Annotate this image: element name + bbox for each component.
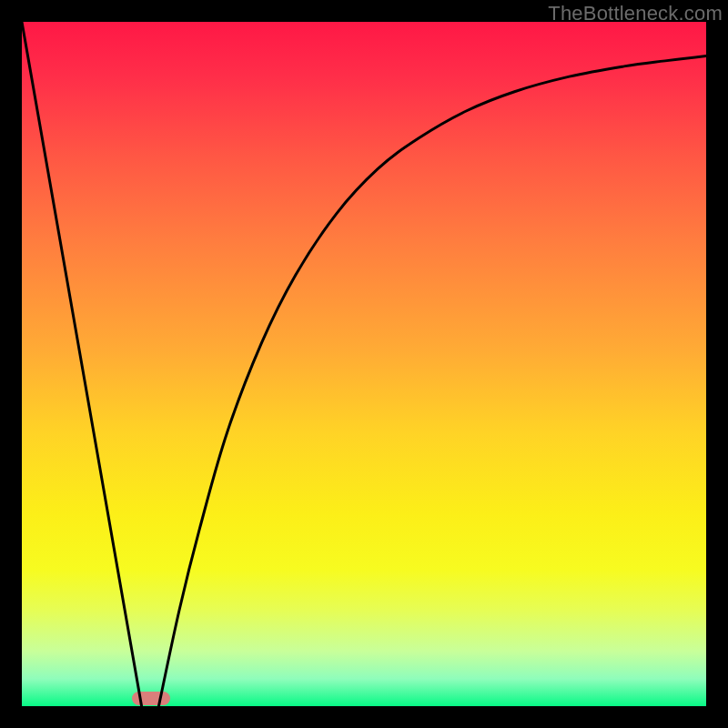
chart-frame: TheBottleneck.com xyxy=(0,0,728,728)
curve-overlay xyxy=(22,22,706,706)
watermark-text: TheBottleneck.com xyxy=(548,2,723,25)
series-left-line xyxy=(22,22,142,706)
series-right-curve xyxy=(158,56,706,706)
plot-area xyxy=(22,22,706,706)
